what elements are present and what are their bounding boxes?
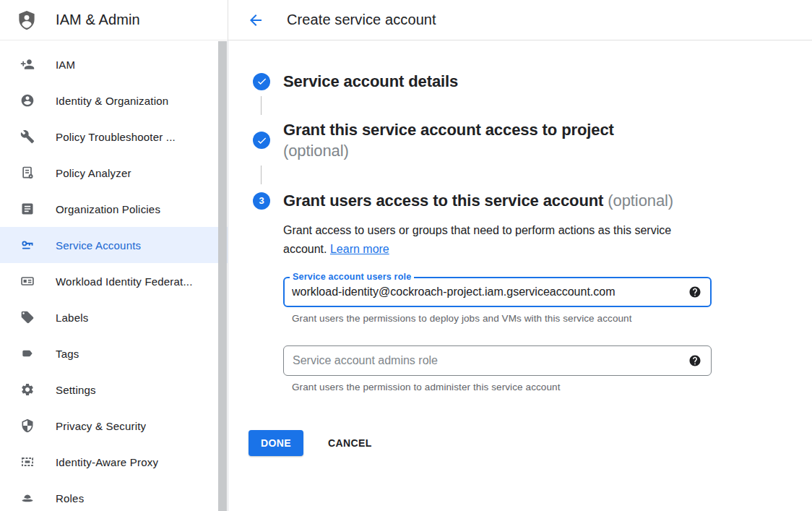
admins-role-field-wrap (283, 345, 712, 376)
service-accounts-icon (20, 238, 35, 252)
sidebar-item-service-accounts[interactable]: Service Accounts (0, 227, 228, 263)
step-3-body: Grant access to users or groups that nee… (283, 221, 812, 392)
shield-icon (20, 418, 35, 433)
step-2-title[interactable]: Grant this service account access to pro… (283, 119, 614, 140)
users-role-field-label: Service account users role (290, 270, 414, 283)
sidebar-item-roles[interactable]: Roles (0, 480, 228, 511)
sidebar-item-label: Settings (56, 384, 96, 396)
sidebar-item-identity-aware-proxy[interactable]: Identity-Aware Proxy (0, 444, 228, 480)
iam-shield-icon (16, 8, 38, 33)
main-content: Service account details Grant this servi… (228, 40, 812, 511)
step-3-number: 3 (259, 195, 264, 206)
sidebar-item-label: Workload Identity Federat... (56, 275, 193, 288)
label-icon (20, 310, 35, 325)
admins-role-help-icon[interactable] (688, 354, 701, 367)
wrench-icon (20, 129, 35, 144)
sidebar-item-label: Identity-Aware Proxy (56, 456, 158, 468)
sidebar-item-policy-analyzer[interactable]: Policy Analyzer (0, 155, 228, 191)
done-button[interactable]: DONE (249, 430, 303, 456)
sidebar-item-workload-identity-federation[interactable]: Workload Identity Federat... (0, 263, 228, 299)
admins-role-input[interactable] (283, 345, 712, 376)
app-window: IAM & Admin Create service account IAM I… (0, 0, 812, 511)
sidebar-item-labels[interactable]: Labels (0, 299, 228, 335)
learn-more-link[interactable]: Learn more (330, 243, 389, 255)
sidebar-item-label: Privacy & Security (56, 420, 146, 432)
sidebar-item-tags[interactable]: Tags (0, 335, 228, 372)
account-circle-icon (20, 93, 35, 108)
admins-role-helper-text: Grant users the permission to administer… (292, 382, 812, 392)
sidebar-item-privacy-security[interactable]: Privacy & Security (0, 408, 228, 444)
sidebar-item-label: IAM (56, 59, 75, 71)
stepper-connector (261, 96, 262, 115)
users-role-help-icon[interactable] (688, 285, 701, 299)
page-header: Create service account (228, 0, 812, 40)
sidebar-item-label: Organization Policies (56, 203, 160, 215)
sidebar-item-label: Policy Analyzer (56, 167, 131, 179)
users-role-helper-text: Grant users the permissions to deploy jo… (292, 313, 812, 324)
sidebar-item-label: Labels (56, 312, 88, 324)
stepper-connector (261, 166, 262, 184)
users-role-field-wrap: Service account users role (283, 277, 712, 307)
step-2-optional-label: (optional) (283, 140, 614, 161)
sidebar-item-settings[interactable]: Settings (0, 372, 228, 408)
policy-analyzer-icon (20, 166, 35, 180)
roles-hat-icon (20, 491, 35, 505)
sidebar-item-label: Roles (56, 492, 84, 504)
app-title: IAM & Admin (56, 12, 140, 28)
sidebar-item-label: Tags (56, 348, 79, 360)
back-arrow-icon[interactable] (247, 12, 264, 29)
sidebar-item-label: Policy Troubleshooter ... (56, 131, 176, 143)
person-add-icon (20, 57, 35, 72)
sidebar-item-identity-organization[interactable]: Identity & Organization (0, 82, 228, 119)
step-description: Grant access to users or groups that nee… (283, 221, 712, 258)
step-1-title[interactable]: Service account details (283, 71, 458, 92)
step-2-completed-check-icon (253, 132, 270, 149)
top-header: IAM & Admin Create service account (0, 0, 812, 40)
step-3-title: Grant users access to this service accou… (283, 190, 673, 211)
step-1-completed-check-icon (253, 73, 270, 90)
action-buttons: DONE CANCEL (249, 430, 812, 456)
product-header: IAM & Admin (0, 0, 228, 40)
sidebar-item-label: Identity & Organization (56, 95, 168, 107)
proxy-icon (20, 455, 35, 469)
step-2-title-block[interactable]: Grant this service account access to pro… (283, 119, 614, 161)
step-3-optional-label: (optional) (608, 192, 673, 210)
sidebar-item-policy-troubleshooter[interactable]: Policy Troubleshooter ... (0, 119, 228, 155)
badge-icon (20, 274, 35, 288)
cancel-button[interactable]: CANCEL (321, 430, 379, 456)
document-icon (20, 202, 35, 216)
gear-icon (20, 382, 35, 397)
step-1-row: Service account details (228, 71, 812, 92)
sidebar-nav: IAM Identity & Organization Policy Troub… (0, 40, 228, 511)
step-3-number-badge: 3 (253, 192, 270, 210)
step-2-row: Grant this service account access to pro… (228, 119, 812, 161)
sidebar-item-iam[interactable]: IAM (0, 46, 228, 82)
tag-arrow-icon (20, 346, 35, 361)
page-title: Create service account (287, 12, 436, 28)
step-3-row: 3 Grant users access to this service acc… (228, 190, 812, 211)
sidebar-scrollbar[interactable] (218, 41, 227, 511)
sidebar-item-organization-policies[interactable]: Organization Policies (0, 191, 228, 227)
sidebar-item-label: Service Accounts (56, 239, 141, 252)
